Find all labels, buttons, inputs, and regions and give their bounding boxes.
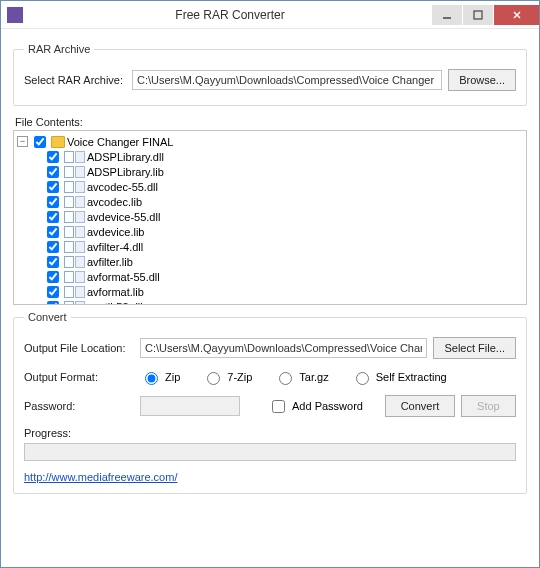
output-location-label: Output File Location: (24, 342, 134, 354)
file-icon (64, 286, 85, 298)
archive-path-input[interactable] (132, 70, 442, 90)
tree-item[interactable]: avfilter-4.dll (43, 239, 523, 254)
file-icon (64, 301, 85, 306)
item-label: avformat-55.dll (87, 271, 160, 283)
item-label: avutil-52.dll (87, 301, 143, 306)
output-path-input[interactable] (140, 338, 427, 358)
progress-bar (24, 443, 516, 461)
item-label: avformat.lib (87, 286, 144, 298)
root-label: Voice Changer FINAL (67, 136, 173, 148)
format-label: Zip (165, 371, 180, 383)
close-button[interactable] (494, 5, 539, 25)
item-checkbox[interactable] (47, 256, 59, 268)
tree-item[interactable]: avformat-55.dll (43, 269, 523, 284)
convert-button[interactable]: Convert (385, 395, 455, 417)
format-label: Self Extracting (376, 371, 447, 383)
tree-item[interactable]: avformat.lib (43, 284, 523, 299)
browse-button[interactable]: Browse... (448, 69, 516, 91)
collapse-icon[interactable]: − (17, 136, 28, 147)
item-checkbox[interactable] (47, 181, 59, 193)
stop-button: Stop (461, 395, 516, 417)
window-title: Free RAR Converter (29, 8, 431, 22)
file-icon (64, 241, 85, 253)
select-file-button[interactable]: Select File... (433, 337, 516, 359)
tree-item[interactable]: ADSPLibrary.dll (43, 149, 523, 164)
tree-item[interactable]: ADSPLibrary.lib (43, 164, 523, 179)
footer-link[interactable]: http://www.mediafreeware.com/ (24, 471, 177, 483)
format-option[interactable]: Self Extracting (351, 369, 447, 385)
item-checkbox[interactable] (47, 151, 59, 163)
select-archive-label: Select RAR Archive: (24, 74, 126, 86)
tree-item[interactable]: avcodec.lib (43, 194, 523, 209)
format-label: Tar.gz (299, 371, 328, 383)
tree-item[interactable]: avfilter.lib (43, 254, 523, 269)
file-icon (64, 196, 85, 208)
format-option[interactable]: Tar.gz (274, 369, 328, 385)
item-label: avcodec-55.dll (87, 181, 158, 193)
item-checkbox[interactable] (47, 211, 59, 223)
password-label: Password: (24, 400, 134, 412)
item-checkbox[interactable] (47, 196, 59, 208)
format-label: 7-Zip (227, 371, 252, 383)
file-tree[interactable]: − Voice Changer FINAL ADSPLibrary.dllADS… (13, 130, 527, 305)
convert-legend: Convert (24, 311, 71, 323)
format-radio[interactable] (145, 372, 158, 385)
tree-root[interactable]: − Voice Changer FINAL (17, 134, 523, 149)
progress-label: Progress: (24, 427, 516, 439)
file-icon (64, 166, 85, 178)
rar-archive-legend: RAR Archive (24, 43, 94, 55)
item-label: avdevice-55.dll (87, 211, 160, 223)
item-label: ADSPLibrary.dll (87, 151, 164, 163)
output-format-label: Output Format: (24, 371, 134, 383)
item-label: ADSPLibrary.lib (87, 166, 164, 178)
titlebar: Free RAR Converter (1, 1, 539, 29)
convert-group: Convert Output File Location: Select Fil… (13, 311, 527, 494)
app-icon (7, 7, 23, 23)
file-contents-label: File Contents: (15, 116, 527, 128)
item-label: avcodec.lib (87, 196, 142, 208)
maximize-button[interactable] (463, 5, 493, 25)
tree-item[interactable]: avdevice-55.dll (43, 209, 523, 224)
folder-icon (51, 136, 65, 148)
root-checkbox[interactable] (34, 136, 46, 148)
item-checkbox[interactable] (47, 301, 59, 306)
format-radio[interactable] (207, 372, 220, 385)
password-input (140, 396, 240, 416)
item-checkbox[interactable] (47, 271, 59, 283)
item-checkbox[interactable] (47, 166, 59, 178)
file-icon (64, 256, 85, 268)
file-icon (64, 226, 85, 238)
file-icon (64, 271, 85, 283)
item-label: avfilter.lib (87, 256, 133, 268)
rar-archive-group: RAR Archive Select RAR Archive: Browse..… (13, 43, 527, 106)
minimize-button[interactable] (432, 5, 462, 25)
file-icon (64, 181, 85, 193)
format-radio[interactable] (279, 372, 292, 385)
file-icon (64, 151, 85, 163)
tree-item[interactable]: avcodec-55.dll (43, 179, 523, 194)
tree-item[interactable]: avutil-52.dll (43, 299, 523, 305)
item-label: avfilter-4.dll (87, 241, 143, 253)
format-radio[interactable] (356, 372, 369, 385)
format-option[interactable]: Zip (140, 369, 180, 385)
format-option[interactable]: 7-Zip (202, 369, 252, 385)
item-checkbox[interactable] (47, 226, 59, 238)
item-checkbox[interactable] (47, 241, 59, 253)
file-icon (64, 211, 85, 223)
item-label: avdevice.lib (87, 226, 144, 238)
add-password-checkbox[interactable] (272, 400, 285, 413)
add-password-label: Add Password (292, 400, 363, 412)
item-checkbox[interactable] (47, 286, 59, 298)
svg-rect-1 (474, 11, 482, 19)
tree-item[interactable]: avdevice.lib (43, 224, 523, 239)
